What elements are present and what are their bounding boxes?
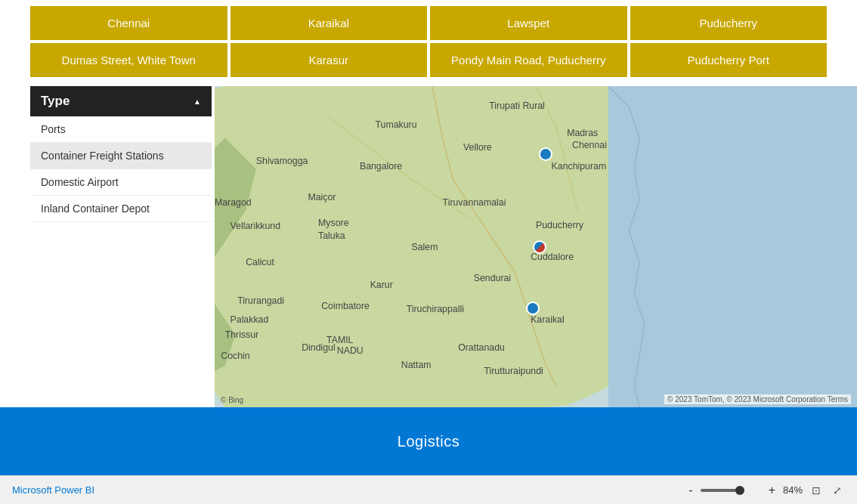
map-bing-label: © Bing (221, 396, 243, 404)
svg-text:Puducherry: Puducherry (536, 220, 584, 230)
footer-icons: ⊡ ⤢ (809, 483, 845, 498)
sidebar-item-cfs[interactable]: Container Freight Stations (30, 143, 212, 169)
logistics-label: Logistics (398, 433, 459, 450)
zoom-slider-thumb[interactable] (735, 486, 744, 495)
tile-dumas[interactable]: Dumas Street, White Town (30, 43, 227, 77)
svg-text:Tirupati Rural: Tirupati Rural (489, 100, 545, 111)
svg-text:Maragod: Maragod (215, 197, 252, 208)
svg-text:Maiçor: Maiçor (308, 192, 336, 203)
svg-text:Tirurangadi: Tirurangadi (237, 295, 284, 306)
tile-puducherry[interactable]: Puducherry (630, 6, 828, 40)
svg-text:Orattanadu: Orattanadu (458, 342, 505, 353)
svg-rect-35 (608, 86, 857, 407)
map-container[interactable]: Tirupati Rural Tumakuru Madras Chennai V… (215, 86, 857, 407)
svg-text:Calicut: Calicut (246, 257, 274, 267)
svg-text:Vellore: Vellore (463, 142, 492, 153)
bottom-bar: Logistics (0, 407, 857, 475)
svg-text:Dindigul: Dindigul (302, 342, 336, 353)
svg-text:Shivamogga: Shivamogga (256, 156, 308, 166)
svg-text:Cochin: Cochin (221, 351, 250, 361)
svg-text:Taluka: Taluka (318, 230, 345, 241)
svg-text:Kanchipuram: Kanchipuram (552, 161, 607, 172)
tile-lawspet[interactable]: Lawspet (430, 6, 627, 40)
map-attribution: © 2023 TomTom, © 2023 Microsoft Corporat… (664, 394, 851, 404)
sidebar-item-airport[interactable]: Domestic Airport (30, 169, 212, 196)
zoom-controls: - + 84% (685, 484, 803, 497)
svg-text:Karur: Karur (370, 280, 393, 290)
zoom-minus-button[interactable]: - (685, 484, 695, 497)
pin-chennai[interactable] (539, 147, 552, 161)
tile-karaikal[interactable]: Karaikal (230, 6, 428, 40)
power-bi-logo[interactable]: Microsoft Power BI (12, 484, 94, 496)
middle-section: Type ▲ Ports Container Freight Stations … (0, 86, 857, 407)
sidebar-header: Type ▲ (30, 86, 212, 116)
zoom-slider-fill (701, 489, 738, 492)
svg-text:NADU: NADU (337, 345, 364, 356)
svg-text:Palakkad: Palakkad (230, 314, 269, 325)
pin-puducherry[interactable] (533, 240, 546, 254)
svg-text:Salem: Salem (411, 242, 438, 252)
svg-text:Karaikal: Karaikal (531, 314, 565, 325)
fit-to-screen-icon[interactable]: ⊡ (809, 483, 824, 498)
svg-text:Tirutturaipundi: Tirutturaipundi (484, 366, 543, 376)
svg-text:Vellarikkund: Vellarikkund (230, 221, 281, 231)
sidebar: Type ▲ Ports Container Freight Stations … (30, 86, 212, 407)
svg-text:Mysore: Mysore (318, 218, 349, 228)
tile-puducherry-port[interactable]: Puducherry Port (630, 43, 828, 77)
svg-text:Chennai: Chennai (572, 140, 607, 150)
pin-karaikal[interactable] (526, 301, 540, 315)
main-container: Chennai Karaikal Lawspet Puducherry Duma… (0, 0, 857, 504)
sidebar-title: Type (41, 94, 70, 109)
tile-pondy[interactable]: Pondy Main Road, Puducherry (430, 43, 627, 77)
tiles-row-2: Dumas Street, White Town Karasur Pondy M… (30, 43, 827, 77)
footer-right: - + 84% ⊡ ⤢ (685, 483, 845, 498)
tile-karasur[interactable]: Karasur (230, 43, 428, 77)
svg-text:Bangalore: Bangalore (360, 161, 402, 172)
footer: Microsoft Power BI - + 84% ⊡ ⤢ (0, 475, 857, 504)
svg-text:Tiruvannamalai: Tiruvannamalai (443, 197, 506, 208)
zoom-percentage: 84% (783, 484, 803, 496)
tile-chennai[interactable]: Chennai (30, 6, 227, 40)
svg-text:Tiruchirappalli: Tiruchirappalli (407, 304, 464, 314)
zoom-plus-button[interactable]: + (766, 484, 778, 497)
svg-text:Thrissur: Thrissur (225, 329, 259, 340)
svg-text:Sendurai: Sendurai (474, 273, 511, 283)
zoom-slider[interactable] (701, 489, 761, 492)
tiles-row-1: Chennai Karaikal Lawspet Puducherry (30, 6, 827, 40)
svg-text:Nattam: Nattam (401, 360, 432, 370)
sidebar-item-ports[interactable]: Ports (30, 116, 212, 143)
svg-text:Tumakuru: Tumakuru (376, 119, 417, 130)
svg-text:Madras: Madras (567, 128, 598, 138)
fullscreen-icon[interactable]: ⤢ (830, 483, 845, 498)
sidebar-item-icd[interactable]: Inland Container Depot (30, 196, 212, 222)
svg-text:Coimbatore: Coimbatore (321, 301, 370, 311)
sidebar-collapse-arrow[interactable]: ▲ (193, 97, 201, 106)
tiles-section: Chennai Karaikal Lawspet Puducherry Duma… (0, 0, 857, 86)
